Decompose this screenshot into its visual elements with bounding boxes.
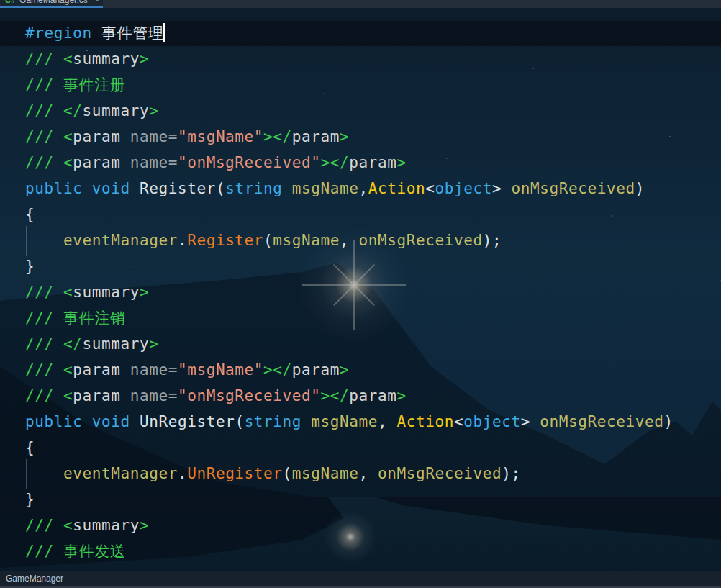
code-line[interactable]: { — [0, 202, 721, 227]
code-line[interactable]: /// 事件注销 — [0, 305, 721, 331]
code-line[interactable]: /// </summary> — [0, 564, 721, 571]
status-bar: GameManager — [0, 571, 721, 586]
code-line[interactable]: } — [0, 253, 721, 279]
text-caret — [163, 23, 165, 42]
status-bar-label: GameManager — [0, 574, 63, 584]
code-line[interactable]: /// <summary> — [0, 512, 721, 538]
code-line[interactable]: /// 事件注册 — [0, 72, 721, 98]
code-line[interactable]: #region 事件管理 — [0, 20, 721, 46]
code-line[interactable]: public void UnRegister(string msgName, A… — [0, 409, 721, 435]
code-line[interactable]: /// <summary> — [0, 46, 721, 72]
code-line[interactable]: eventManager.Register(msgName, onMsgRece… — [0, 227, 721, 253]
code-line[interactable]: /// <param name="onMsgReceived"></param> — [0, 383, 721, 409]
code-line[interactable]: /// <param name="msgName"></param> — [0, 124, 721, 150]
code-line[interactable]: public void Register(string msgName,Acti… — [0, 176, 721, 202]
tab-gamemanager[interactable]: C# GameManager.cs × — [0, 0, 103, 8]
code-line[interactable]: /// <summary> — [0, 279, 721, 305]
code-editor[interactable]: #region 事件管理/// <summary>/// 事件注册/// </s… — [0, 8, 721, 571]
code-line[interactable]: } — [0, 487, 721, 512]
code-line[interactable]: { — [0, 435, 721, 461]
tab-close-icon[interactable]: × — [95, 0, 100, 5]
code-lines: #region 事件管理/// <summary>/// 事件注册/// </s… — [0, 20, 721, 571]
breadcrumb-strip — [0, 8, 721, 21]
tab-bar: C# GameManager.cs × — [0, 0, 721, 8]
code-line[interactable]: eventManager.UnRegister(msgName, onMsgRe… — [0, 461, 721, 487]
tab-label: GameManager.cs — [19, 0, 88, 5]
code-line[interactable]: /// <param name="onMsgReceived"></param> — [0, 150, 721, 176]
csharp-file-icon: C# — [5, 0, 15, 4]
code-line[interactable]: /// </summary> — [0, 331, 721, 357]
code-line[interactable]: /// 事件发送 — [0, 538, 721, 564]
code-line[interactable]: /// <param name="msgName"></param> — [0, 357, 721, 383]
code-line[interactable]: /// </summary> — [0, 98, 721, 124]
active-tab-indicator — [0, 6, 103, 8]
